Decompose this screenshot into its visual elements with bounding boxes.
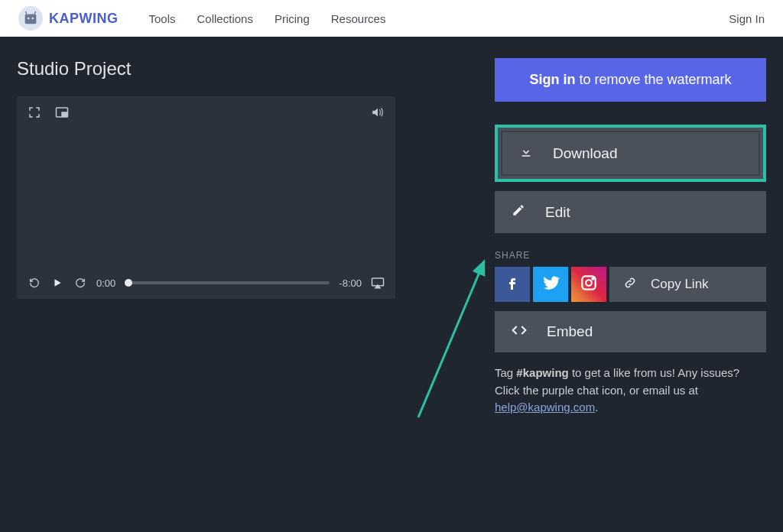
nav-links: Tools Collections Pricing Resources: [149, 12, 386, 25]
banner-strong: Sign in: [529, 72, 575, 87]
copy-link-label: Copy Link: [651, 277, 709, 292]
download-icon: [519, 144, 533, 162]
footer-hashtag: #kapwing: [516, 366, 568, 379]
footer-post: .: [595, 401, 598, 414]
svg-point-9: [592, 278, 593, 280]
progress-knob[interactable]: [125, 279, 132, 287]
video-player[interactable]: 0:00 -8:00: [17, 96, 395, 299]
embed-icon: [512, 323, 527, 340]
player-top-bar: [28, 105, 385, 119]
footer-pre: Tag: [495, 366, 516, 379]
edit-button[interactable]: Edit: [495, 191, 766, 233]
svg-point-8: [586, 280, 592, 286]
facebook-icon: [503, 274, 521, 295]
svg-point-2: [32, 18, 34, 19]
rewind-15-icon[interactable]: [28, 276, 41, 290]
footer-text: Tag #kapwing to get a like from us! Any …: [495, 365, 766, 417]
nav-resources[interactable]: Resources: [331, 12, 386, 25]
fullscreen-icon[interactable]: [28, 105, 41, 119]
twitter-share[interactable]: [533, 267, 568, 302]
page-body: Studio Project: [0, 37, 783, 438]
top-nav: KAPWING Tools Collections Pricing Resour…: [0, 0, 783, 37]
forward-15-icon[interactable]: [73, 276, 87, 290]
airplay-icon[interactable]: [371, 276, 385, 290]
banner-rest: to remove the watermark: [575, 72, 731, 87]
nav-collections[interactable]: Collections: [197, 12, 253, 25]
edit-icon: [512, 203, 525, 221]
download-label: Download: [553, 145, 618, 162]
player-controls: 0:00 -8:00: [28, 276, 385, 290]
volume-icon[interactable]: [371, 105, 385, 119]
embed-label: Embed: [547, 323, 593, 340]
player-top-left: [28, 105, 69, 119]
help-email-link[interactable]: help@kapwing.com: [495, 401, 595, 414]
logo-icon: [18, 6, 43, 31]
link-icon: [623, 276, 637, 294]
facebook-share[interactable]: [495, 267, 530, 302]
copy-link-button[interactable]: Copy Link: [609, 267, 766, 302]
logo[interactable]: KAPWING: [18, 6, 119, 31]
picture-in-picture-icon[interactable]: [55, 105, 69, 119]
svg-point-1: [28, 18, 29, 19]
remaining-time: -8:00: [339, 277, 362, 289]
annotation-arrow: [411, 234, 502, 425]
svg-line-6: [418, 261, 484, 417]
page-title: Studio Project: [17, 58, 395, 79]
svg-rect-0: [25, 15, 37, 24]
signin-link[interactable]: Sign In: [729, 12, 765, 25]
share-row: Copy Link: [495, 267, 766, 302]
header-left: KAPWING Tools Collections Pricing Resour…: [18, 6, 385, 31]
share-label: SHARE: [495, 250, 766, 261]
download-button[interactable]: Download: [501, 131, 760, 176]
twitter-icon: [541, 273, 560, 296]
left-column: Studio Project: [17, 58, 395, 417]
embed-button[interactable]: Embed: [495, 311, 766, 352]
nav-tools[interactable]: Tools: [149, 12, 176, 25]
edit-label: Edit: [545, 204, 570, 221]
signin-banner[interactable]: Sign in to remove the watermark: [495, 58, 766, 102]
play-icon[interactable]: [50, 276, 64, 290]
download-highlight: Download: [495, 125, 766, 182]
instagram-icon: [579, 273, 599, 296]
current-time: 0:00: [96, 277, 115, 289]
instagram-share[interactable]: [571, 267, 606, 302]
right-column: Sign in to remove the watermark Download…: [495, 58, 766, 417]
nav-pricing[interactable]: Pricing: [275, 12, 310, 25]
svg-rect-4: [62, 112, 67, 116]
logo-wordmark: KAPWING: [49, 11, 119, 27]
progress-bar[interactable]: [125, 281, 330, 284]
